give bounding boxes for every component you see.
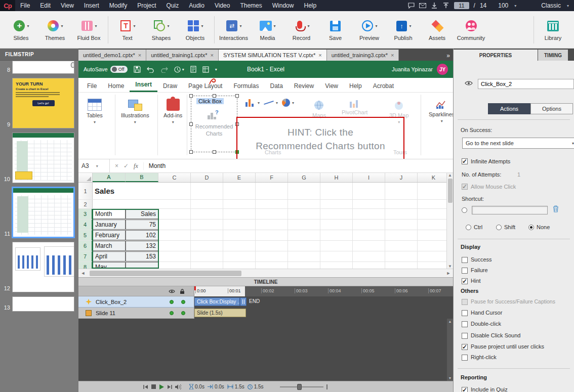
slide-thumbnail[interactable]: YOUR TURN Create a chart in Excel Let's …	[12, 78, 74, 128]
toolbar-interactions[interactable]: ⇄▾ Interactions	[217, 18, 251, 41]
click-box-object[interactable]: Click Box ? Recommended Charts	[191, 96, 237, 152]
timeline-row-clickbox[interactable]: Click_Box_2 Click Box:Display ... END	[78, 296, 453, 308]
resize-handle[interactable]	[213, 94, 216, 98]
scroll-left-icon[interactable]: ◄	[78, 271, 88, 276]
doc-tab-4[interactable]: untitled_training3.cptx*×	[327, 50, 399, 61]
shift-radio[interactable]	[496, 225, 502, 230]
success-checkbox[interactable]	[462, 257, 468, 263]
resize-handle[interactable]	[213, 150, 216, 154]
toolbar-fluid-box[interactable]: ▾ Fluid Box	[72, 18, 106, 41]
shortcut-radio[interactable]	[462, 207, 467, 213]
hint-caption-object[interactable]: HINT: Click the Recommended Charts butto…	[236, 117, 404, 159]
chevron-down-icon[interactable]: ▾	[375, 24, 377, 28]
comment-icon[interactable]	[407, 2, 415, 9]
menu-item-insert[interactable]: Insert	[79, 0, 104, 11]
mail-icon[interactable]	[419, 2, 426, 9]
failure-checkbox[interactable]	[462, 268, 468, 274]
slide-thumbnail[interactable]	[12, 133, 74, 183]
infinite-attempts-checkbox[interactable]	[462, 158, 468, 164]
trash-icon[interactable]	[553, 205, 559, 212]
doc-tab-1[interactable]: untitled_demo1.cptx*×	[78, 50, 146, 61]
zoom-caret-icon[interactable]: ▾	[514, 4, 516, 8]
download-arrow-icon[interactable]	[431, 2, 438, 9]
filmstrip-slide-8[interactable]: 8	[0, 61, 78, 75]
resize-handle[interactable]	[189, 94, 193, 98]
timeline-row-slide[interactable]: Slide 11 Slide (1.5s)	[78, 308, 453, 319]
go-to-end-button[interactable]	[167, 384, 172, 389]
chevron-down-icon[interactable]: ▾	[95, 24, 97, 28]
chevron-down-icon[interactable]: ▾	[201, 24, 203, 28]
zoom-level[interactable]: 100	[498, 2, 508, 9]
toolbar-record[interactable]: ▾ Record	[284, 18, 318, 41]
slide-thumbnail[interactable]	[12, 242, 74, 292]
upload-arrow-icon[interactable]	[442, 2, 449, 9]
filmstrip-slide-13[interactable]: 13	[0, 293, 78, 313]
visibility-eye-icon[interactable]	[465, 80, 473, 86]
chevron-down-icon[interactable]: ▾	[27, 24, 29, 28]
filmstrip-slide-10[interactable]: 10	[0, 129, 78, 184]
current-slide-indicator[interactable]: 11	[454, 2, 469, 9]
menu-item-help[interactable]: Help	[299, 0, 321, 11]
scroll-up-icon[interactable]: ▲	[448, 320, 452, 323]
stop-button[interactable]	[151, 384, 156, 389]
tab-overflow-icon[interactable]: »	[446, 52, 453, 61]
timeline-panel-header[interactable]: TIMELINE	[78, 277, 453, 286]
toolbar-save[interactable]: Save	[318, 18, 352, 41]
grid-vertical-scrollbar[interactable]: ▲ ▼	[446, 173, 453, 269]
hint-checkbox[interactable]	[462, 278, 468, 284]
close-icon[interactable]: ×	[318, 52, 321, 58]
timeline-zoom-slider[interactable]	[280, 386, 323, 387]
toolbar-objects[interactable]: ▾ Objects	[178, 18, 212, 41]
play-button[interactable]	[159, 384, 164, 389]
ctrl-radio[interactable]	[466, 225, 471, 230]
toolbar-library[interactable]: Library	[536, 18, 570, 41]
toolbar-community[interactable]: Community	[454, 18, 488, 41]
menu-item-edit[interactable]: Edit	[35, 0, 56, 11]
playhead[interactable]	[194, 286, 196, 290]
pause-marker-icon[interactable]	[240, 297, 247, 306]
on-success-dropdown[interactable]: Go to the next slide ▾	[462, 138, 574, 149]
chevron-down-icon[interactable]: ▾	[133, 24, 135, 28]
chevron-down-icon[interactable]: ▾	[273, 24, 275, 28]
toolbar-preview[interactable]: ▾ Preview	[352, 18, 386, 41]
theme-caret-icon[interactable]: ▾	[567, 4, 569, 8]
close-icon[interactable]: ×	[210, 52, 213, 58]
chevron-down-icon[interactable]: ▾	[239, 24, 241, 28]
hand-cursor-checkbox[interactable]	[462, 310, 468, 316]
tab-actions[interactable]: Actions	[488, 103, 530, 114]
toolbar-shapes[interactable]: ▾ Shapes	[144, 18, 178, 41]
chevron-down-icon[interactable]: ▾	[167, 24, 169, 28]
none-radio[interactable]	[528, 225, 534, 230]
slide-thumbnail-selected[interactable]	[12, 187, 74, 238]
visibility-dot-icon[interactable]	[170, 300, 174, 304]
lock-dot-icon[interactable]	[181, 311, 185, 315]
menu-item-modify[interactable]: Modify	[104, 0, 132, 11]
show-hide-eye-icon[interactable]	[169, 289, 175, 293]
menu-item-window[interactable]: Window	[267, 0, 299, 11]
menu-item-audio[interactable]: Audio	[184, 0, 210, 11]
filmstrip-slide-9[interactable]: 9 YOUR TURN Create a chart in Excel Let'…	[0, 75, 78, 129]
menu-item-project[interactable]: Project	[132, 0, 161, 11]
double-click-checkbox[interactable]	[462, 321, 468, 327]
scroll-up-icon[interactable]: ▲	[448, 173, 452, 178]
tab-properties[interactable]: PROPERTIES	[454, 50, 538, 61]
scroll-right-icon[interactable]: ►	[444, 271, 453, 276]
toolbar-text[interactable]: T▾ Text	[110, 18, 144, 41]
slide-thumbnail[interactable]	[12, 61, 74, 74]
toolbar-slides[interactable]: +▾ Slides	[4, 18, 38, 41]
object-name-input[interactable]	[478, 79, 574, 89]
slider-thumb[interactable]	[297, 384, 302, 390]
toolbar-media[interactable]: ▾ Media	[251, 18, 284, 41]
doc-tab-3-active[interactable]: SYSTEM SIMULATION TEST V.cptx*×	[219, 50, 327, 61]
shortcut-input[interactable]	[472, 206, 548, 214]
chevron-down-icon[interactable]: ▾	[61, 24, 63, 28]
menu-item-view[interactable]: View	[56, 0, 79, 11]
disable-click-sound-checkbox[interactable]	[462, 333, 468, 339]
timeline-vertical-scrollbar[interactable]: ▲ ▼	[447, 319, 453, 381]
toolbar-publish[interactable]: ↑▾ Publish	[386, 18, 420, 41]
chevron-down-icon[interactable]: ▾	[409, 24, 411, 28]
lock-dot-icon[interactable]	[181, 300, 185, 304]
lock-icon[interactable]	[180, 288, 185, 294]
menu-item-file[interactable]: File	[15, 0, 35, 11]
menu-item-themes[interactable]: Themes	[235, 0, 267, 11]
